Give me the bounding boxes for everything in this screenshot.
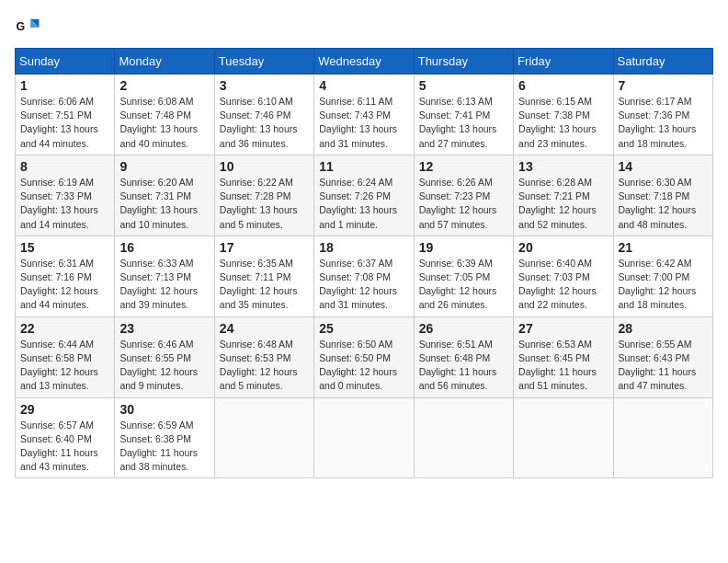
cell-info: Sunrise: 6:28 AMSunset: 7:21 PMDaylight:…: [518, 176, 608, 232]
cell-day-number: 8: [20, 159, 109, 174]
cell-day-number: 15: [20, 240, 109, 255]
day-header-monday: Monday: [115, 49, 214, 75]
calendar-cell: 5Sunrise: 6:13 AMSunset: 7:41 PMDaylight…: [414, 75, 513, 155]
calendar-cell: 18Sunrise: 6:37 AMSunset: 7:08 PMDayligh…: [314, 236, 414, 316]
cell-day-number: 2: [119, 78, 209, 93]
calendar-cell: 23Sunrise: 6:46 AMSunset: 6:55 PMDayligh…: [115, 316, 214, 397]
calendar-cell: 3Sunrise: 6:10 AMSunset: 7:46 PMDaylight…: [214, 75, 313, 155]
calendar-cell: 4Sunrise: 6:11 AMSunset: 7:43 PMDaylight…: [314, 75, 414, 155]
calendar-cell: 28Sunrise: 6:55 AMSunset: 6:43 PMDayligh…: [613, 316, 712, 397]
cell-info: Sunrise: 6:10 AMSunset: 7:46 PMDaylight:…: [220, 95, 309, 151]
calendar-cell: 30Sunrise: 6:59 AMSunset: 6:38 PMDayligh…: [115, 397, 214, 478]
calendar-cell: 6Sunrise: 6:15 AMSunset: 7:38 PMDaylight…: [514, 75, 613, 155]
day-header-thursday: Thursday: [414, 49, 513, 75]
calendar-cell: 29Sunrise: 6:57 AMSunset: 6:40 PMDayligh…: [16, 397, 115, 478]
cell-info: Sunrise: 6:42 AMSunset: 7:00 PMDaylight:…: [619, 257, 708, 313]
cell-info: Sunrise: 6:51 AMSunset: 6:48 PMDaylight:…: [419, 338, 508, 394]
cell-info: Sunrise: 6:55 AMSunset: 6:43 PMDaylight:…: [619, 338, 708, 394]
cell-day-number: 10: [220, 159, 309, 174]
cell-info: Sunrise: 6:57 AMSunset: 6:40 PMDaylight:…: [20, 419, 109, 475]
calendar-week-3: 15Sunrise: 6:31 AMSunset: 7:16 PMDayligh…: [16, 236, 713, 316]
cell-day-number: 29: [20, 402, 109, 417]
calendar-week-1: 1Sunrise: 6:06 AMSunset: 7:51 PMDaylight…: [16, 75, 713, 155]
cell-info: Sunrise: 6:35 AMSunset: 7:11 PMDaylight:…: [220, 257, 309, 313]
cell-day-number: 3: [220, 78, 309, 93]
calendar-week-4: 22Sunrise: 6:44 AMSunset: 6:58 PMDayligh…: [16, 316, 713, 397]
cell-day-number: 27: [518, 321, 608, 336]
calendar-cell: [214, 397, 313, 478]
cell-day-number: 7: [619, 78, 708, 93]
cell-day-number: 4: [319, 78, 408, 93]
cell-day-number: 26: [419, 321, 508, 336]
calendar-cell: 21Sunrise: 6:42 AMSunset: 7:00 PMDayligh…: [613, 236, 712, 316]
cell-info: Sunrise: 6:50 AMSunset: 6:50 PMDaylight:…: [319, 338, 408, 394]
calendar-cell: 11Sunrise: 6:24 AMSunset: 7:26 PMDayligh…: [314, 155, 414, 236]
calendar-cell: 7Sunrise: 6:17 AMSunset: 7:36 PMDaylight…: [613, 75, 712, 155]
calendar-cell: 8Sunrise: 6:19 AMSunset: 7:33 PMDaylight…: [16, 155, 115, 236]
cell-day-number: 6: [518, 78, 608, 93]
day-header-wednesday: Wednesday: [314, 49, 414, 75]
cell-day-number: 14: [619, 159, 708, 174]
calendar-week-5: 29Sunrise: 6:57 AMSunset: 6:40 PMDayligh…: [16, 397, 713, 478]
calendar-header: SundayMondayTuesdayWednesdayThursdayFrid…: [16, 49, 713, 75]
cell-info: Sunrise: 6:06 AMSunset: 7:51 PMDaylight:…: [20, 95, 109, 151]
calendar-cell: 13Sunrise: 6:28 AMSunset: 7:21 PMDayligh…: [514, 155, 613, 236]
cell-day-number: 23: [119, 321, 209, 336]
cell-day-number: 11: [319, 159, 408, 174]
cell-day-number: 19: [419, 240, 508, 255]
calendar-cell: 2Sunrise: 6:08 AMSunset: 7:48 PMDaylight…: [115, 75, 214, 155]
svg-text:G: G: [17, 20, 26, 33]
cell-info: Sunrise: 6:17 AMSunset: 7:36 PMDaylight:…: [619, 95, 708, 151]
cell-info: Sunrise: 6:53 AMSunset: 6:45 PMDaylight:…: [518, 338, 608, 394]
cell-info: Sunrise: 6:40 AMSunset: 7:03 PMDaylight:…: [518, 257, 608, 313]
calendar-cell: [514, 397, 613, 478]
calendar-cell: 20Sunrise: 6:40 AMSunset: 7:03 PMDayligh…: [514, 236, 613, 316]
logo-icon: G: [15, 15, 40, 40]
calendar-body: 1Sunrise: 6:06 AMSunset: 7:51 PMDaylight…: [16, 75, 713, 478]
cell-info: Sunrise: 6:20 AMSunset: 7:31 PMDaylight:…: [119, 176, 209, 232]
cell-info: Sunrise: 6:26 AMSunset: 7:23 PMDaylight:…: [419, 176, 508, 232]
calendar-cell: 19Sunrise: 6:39 AMSunset: 7:05 PMDayligh…: [414, 236, 513, 316]
cell-info: Sunrise: 6:11 AMSunset: 7:43 PMDaylight:…: [319, 95, 408, 151]
cell-info: Sunrise: 6:13 AMSunset: 7:41 PMDaylight:…: [419, 95, 508, 151]
cell-info: Sunrise: 6:37 AMSunset: 7:08 PMDaylight:…: [319, 257, 408, 313]
cell-day-number: 16: [119, 240, 209, 255]
calendar-cell: 17Sunrise: 6:35 AMSunset: 7:11 PMDayligh…: [214, 236, 313, 316]
cell-day-number: 5: [419, 78, 508, 93]
calendar-cell: 14Sunrise: 6:30 AMSunset: 7:18 PMDayligh…: [613, 155, 712, 236]
calendar-cell: 9Sunrise: 6:20 AMSunset: 7:31 PMDaylight…: [115, 155, 214, 236]
cell-day-number: 17: [220, 240, 309, 255]
calendar-cell: 10Sunrise: 6:22 AMSunset: 7:28 PMDayligh…: [214, 155, 313, 236]
cell-day-number: 25: [319, 321, 408, 336]
days-header-row: SundayMondayTuesdayWednesdayThursdayFrid…: [16, 49, 713, 75]
header: G: [15, 15, 713, 40]
calendar-cell: 16Sunrise: 6:33 AMSunset: 7:13 PMDayligh…: [115, 236, 214, 316]
calendar-cell: [414, 397, 513, 478]
cell-info: Sunrise: 6:30 AMSunset: 7:18 PMDaylight:…: [619, 176, 708, 232]
cell-day-number: 24: [220, 321, 309, 336]
cell-info: Sunrise: 6:44 AMSunset: 6:58 PMDaylight:…: [20, 338, 109, 394]
day-header-friday: Friday: [514, 49, 613, 75]
cell-day-number: 30: [119, 402, 209, 417]
calendar-cell: 25Sunrise: 6:50 AMSunset: 6:50 PMDayligh…: [314, 316, 414, 397]
calendar-cell: 27Sunrise: 6:53 AMSunset: 6:45 PMDayligh…: [514, 316, 613, 397]
cell-info: Sunrise: 6:22 AMSunset: 7:28 PMDaylight:…: [220, 176, 309, 232]
cell-day-number: 18: [319, 240, 408, 255]
cell-info: Sunrise: 6:48 AMSunset: 6:53 PMDaylight:…: [220, 338, 309, 394]
calendar-cell: 1Sunrise: 6:06 AMSunset: 7:51 PMDaylight…: [16, 75, 115, 155]
cell-day-number: 1: [20, 78, 109, 93]
logo: G: [15, 15, 44, 40]
cell-info: Sunrise: 6:19 AMSunset: 7:33 PMDaylight:…: [20, 176, 109, 232]
cell-day-number: 22: [20, 321, 109, 336]
calendar-cell: [613, 397, 712, 478]
cell-info: Sunrise: 6:24 AMSunset: 7:26 PMDaylight:…: [319, 176, 408, 232]
cell-info: Sunrise: 6:33 AMSunset: 7:13 PMDaylight:…: [119, 257, 209, 313]
cell-day-number: 9: [119, 159, 209, 174]
cell-info: Sunrise: 6:46 AMSunset: 6:55 PMDaylight:…: [119, 338, 209, 394]
calendar-week-2: 8Sunrise: 6:19 AMSunset: 7:33 PMDaylight…: [16, 155, 713, 236]
calendar-cell: 26Sunrise: 6:51 AMSunset: 6:48 PMDayligh…: [414, 316, 513, 397]
cell-info: Sunrise: 6:15 AMSunset: 7:38 PMDaylight:…: [518, 95, 608, 151]
cell-info: Sunrise: 6:31 AMSunset: 7:16 PMDaylight:…: [20, 257, 109, 313]
cell-info: Sunrise: 6:08 AMSunset: 7:48 PMDaylight:…: [119, 95, 209, 151]
calendar-table: SundayMondayTuesdayWednesdayThursdayFrid…: [15, 48, 713, 478]
